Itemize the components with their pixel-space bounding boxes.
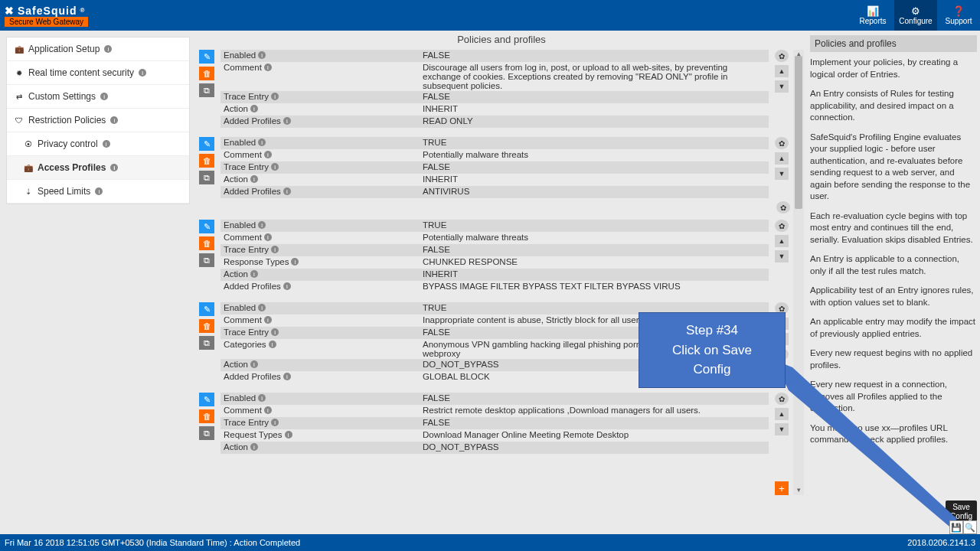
info-icon[interactable]: i bbox=[110, 164, 118, 171]
info-icon[interactable]: i bbox=[250, 443, 258, 451]
info-icon[interactable]: i bbox=[283, 282, 291, 290]
info-icon[interactable]: i bbox=[250, 360, 258, 368]
step-callout: Step #34 Click on Save Config bbox=[639, 312, 786, 388]
info-icon[interactable]: i bbox=[271, 246, 279, 253]
entry-settings-button[interactable]: ✿ bbox=[775, 393, 789, 405]
field-label: Trace Entry bbox=[224, 418, 269, 427]
info-icon[interactable]: i bbox=[271, 163, 279, 171]
sidebar-label: Speed Limits bbox=[38, 186, 90, 197]
field-row: Added Profiles iANTIVIRUS bbox=[220, 186, 769, 198]
scroll-down-icon[interactable]: ▾ bbox=[793, 486, 804, 495]
info-icon[interactable]: i bbox=[264, 316, 272, 324]
search-button[interactable]: 🔍 bbox=[963, 520, 977, 534]
clone-button[interactable]: ⧉ bbox=[199, 83, 214, 97]
move-up-button[interactable]: ▲ bbox=[775, 152, 789, 165]
info-icon[interactable]: i bbox=[258, 304, 266, 311]
tab-configure[interactable]: ⚙Configure bbox=[894, 0, 937, 31]
move-up-button[interactable]: ▲ bbox=[775, 235, 789, 247]
info-icon[interactable]: i bbox=[291, 258, 299, 266]
info-icon[interactable]: i bbox=[271, 419, 279, 426]
edit-button[interactable]: ✎ bbox=[199, 302, 214, 316]
delete-button[interactable]: 🗑 bbox=[199, 154, 214, 168]
field-label: Added Profiles bbox=[224, 282, 281, 291]
entry-settings-button[interactable]: ✿ bbox=[775, 137, 789, 149]
edit-button[interactable]: ✎ bbox=[199, 393, 214, 406]
field-label: Action bbox=[224, 104, 248, 113]
info-icon[interactable]: i bbox=[104, 45, 112, 53]
info-icon[interactable]: i bbox=[283, 117, 291, 125]
info-icon[interactable]: i bbox=[285, 431, 292, 439]
clone-button[interactable]: ⧉ bbox=[199, 336, 214, 350]
info-icon[interactable]: i bbox=[139, 69, 146, 77]
tab-reports[interactable]: 📊Reports bbox=[851, 0, 894, 31]
sidebar-item-application-setup[interactable]: 💼Application Setup i bbox=[7, 37, 189, 61]
info-icon[interactable]: i bbox=[264, 64, 272, 71]
move-up-button[interactable]: ▲ bbox=[775, 408, 789, 420]
info-icon[interactable]: i bbox=[264, 151, 272, 158]
delete-button[interactable]: 🗑 bbox=[199, 67, 214, 80]
delete-button[interactable]: 🗑 bbox=[199, 319, 214, 333]
info-icon[interactable]: i bbox=[264, 233, 272, 241]
info-icon[interactable]: i bbox=[283, 373, 291, 380]
sidebar-item-privacy-control[interactable]: ⦿Privacy control i bbox=[7, 132, 189, 156]
edit-button[interactable]: ✎ bbox=[199, 137, 214, 151]
field-value: FALSE bbox=[423, 51, 766, 60]
info-icon[interactable]: i bbox=[103, 140, 110, 148]
scrollbar[interactable]: ▴ ▾ bbox=[793, 50, 804, 495]
info-icon[interactable]: i bbox=[258, 139, 266, 146]
policy-entry: ✎🗑⧉Enabled iTRUEComment iPotentially mal… bbox=[199, 220, 790, 293]
entry-settings-button[interactable]: ✿ bbox=[776, 201, 790, 214]
field-label: Enabled bbox=[224, 51, 256, 60]
field-label: Action bbox=[224, 174, 248, 184]
clone-button[interactable]: ⧉ bbox=[199, 426, 214, 440]
sidebar-item-real-time-content-security[interactable]: ✹Real time content security i bbox=[7, 61, 189, 85]
sidebar-item-restriction-policies[interactable]: 🛡Restriction Policies i bbox=[7, 109, 189, 132]
tab-label: Support bbox=[945, 17, 972, 25]
sidebar-item-access-profiles[interactable]: 💼Access Profiles i bbox=[7, 156, 189, 180]
sidebar-item-speed-limits[interactable]: ⇣Speed Limits i bbox=[7, 180, 189, 204]
delete-button[interactable]: 🗑 bbox=[199, 236, 214, 250]
info-icon[interactable]: i bbox=[264, 406, 272, 414]
move-up-button[interactable]: ▲ bbox=[775, 65, 789, 77]
entry-settings-button[interactable]: ✿ bbox=[775, 220, 789, 232]
scroll-thumb[interactable] bbox=[795, 56, 802, 209]
info-icon[interactable]: i bbox=[283, 187, 291, 195]
info-icon[interactable]: i bbox=[258, 51, 266, 59]
clone-button[interactable]: ⧉ bbox=[199, 171, 214, 184]
clone-button[interactable]: ⧉ bbox=[199, 253, 214, 267]
info-icon[interactable]: i bbox=[258, 394, 266, 402]
edit-button[interactable]: ✎ bbox=[199, 50, 214, 64]
sidebar-icon: 🛡 bbox=[15, 116, 24, 125]
sidebar-label: Restriction Policies bbox=[28, 115, 106, 126]
info-icon[interactable]: i bbox=[250, 175, 258, 183]
info-icon[interactable]: i bbox=[271, 93, 279, 100]
move-down-button[interactable]: ▼ bbox=[775, 168, 789, 180]
delete-button[interactable]: 🗑 bbox=[199, 409, 214, 423]
info-icon[interactable]: i bbox=[100, 93, 108, 100]
help-icon: ❓ bbox=[952, 5, 965, 17]
help-title: Policies and profiles bbox=[810, 35, 977, 52]
move-down-button[interactable]: ▼ bbox=[775, 250, 789, 262]
field-label: Trace Entry bbox=[224, 162, 269, 171]
info-icon[interactable]: i bbox=[250, 270, 258, 278]
tab-support[interactable]: ❓Support bbox=[937, 0, 980, 31]
entry-settings-button[interactable]: ✿ bbox=[775, 50, 789, 62]
field-value: DO_NOT_BYPASS bbox=[423, 442, 766, 452]
info-icon[interactable]: i bbox=[110, 116, 118, 124]
edit-button[interactable]: ✎ bbox=[199, 220, 214, 233]
sidebar-icon: 💼 bbox=[15, 45, 24, 54]
save-config-button[interactable]: 💾 bbox=[949, 520, 963, 534]
chart-icon: 📊 bbox=[867, 5, 879, 17]
add-entry-button[interactable]: + bbox=[775, 481, 789, 495]
info-icon[interactable]: i bbox=[271, 328, 279, 336]
info-icon[interactable]: i bbox=[95, 187, 103, 195]
field-label: Enabled bbox=[224, 303, 256, 312]
move-down-button[interactable]: ▼ bbox=[775, 423, 789, 435]
info-icon[interactable]: i bbox=[250, 105, 258, 112]
info-icon[interactable]: i bbox=[269, 341, 276, 348]
move-down-button[interactable]: ▼ bbox=[775, 80, 789, 93]
field-row: Action iINHERIT bbox=[220, 174, 769, 186]
field-row: Trace Entry iFALSE bbox=[220, 417, 769, 429]
sidebar-item-custom-settings[interactable]: ⇄Custom Settings i bbox=[7, 85, 189, 109]
info-icon[interactable]: i bbox=[258, 221, 266, 229]
